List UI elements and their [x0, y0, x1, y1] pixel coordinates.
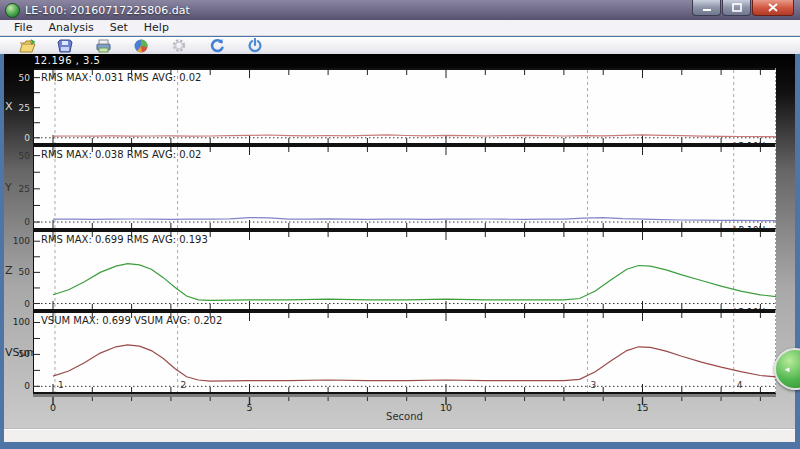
x-tick-label: 15 [636, 402, 648, 412]
y-tick-label: 50 [4, 267, 30, 277]
badge-glyph: ◂ [785, 364, 790, 374]
maximize-icon [732, 3, 742, 12]
cursor-readout: 12.196 , 3.5 [34, 55, 100, 66]
stats-label: RMS MAX: 0.038 RMS AVG: 0.02 [41, 149, 201, 160]
stats-label: RMS MAX: 0.699 RMS AVG: 0.193 [41, 234, 208, 245]
marker-label-1: 1 [58, 380, 64, 390]
y-axis-margin: Y02550 [4, 145, 33, 230]
chart-plot-y[interactable]: RMS MAX: 0.038 RMS AVG: 0.02LP:10Hz [33, 145, 776, 230]
x-tick-label: 0 [50, 402, 56, 412]
refresh-button[interactable] [202, 37, 232, 54]
y-tick-label: 25 [4, 103, 30, 113]
minimize-icon [702, 3, 712, 12]
x-tick-label: 5 [246, 402, 252, 412]
y-tick-label: 100 [4, 317, 30, 327]
chart-plot-vsum[interactable]: 1234VSUM MAX: 0.699 VSUM AVG: 0.202 [33, 311, 776, 394]
stats-label: VSUM MAX: 0.699 VSUM AVG: 0.202 [41, 315, 222, 326]
menu-help[interactable]: Help [136, 20, 177, 36]
close-icon [768, 3, 778, 12]
y-tick-label: 50 [4, 151, 30, 161]
report-chart-icon [133, 38, 149, 53]
print-button[interactable] [88, 37, 118, 54]
app-window: LE-100: 20160717225806.dat FileAnalysisS… [0, 0, 800, 449]
refresh-arrow-icon [209, 38, 225, 53]
marker-label-3: 3 [590, 380, 596, 390]
menu-file[interactable]: File [6, 20, 40, 36]
app-icon [5, 3, 20, 18]
printer-icon [95, 39, 112, 53]
status-bar [4, 429, 795, 442]
menu-set[interactable]: Set [102, 20, 136, 36]
open-folder-icon [19, 39, 36, 53]
minimize-button[interactable] [692, 0, 721, 16]
chart-row-y: Y02550RMS MAX: 0.038 RMS AVG: 0.02LP:10H… [4, 145, 795, 230]
toolbar [0, 37, 800, 54]
save-disk-icon [57, 39, 73, 53]
x-axis-ticks: 051015 [33, 394, 776, 411]
power-icon [247, 38, 263, 53]
marker-label-4: 4 [737, 380, 743, 390]
maximize-button[interactable] [722, 0, 751, 16]
report-button[interactable] [126, 37, 156, 54]
y-axis-margin: X02550 [4, 68, 33, 145]
y-tick-label: 0 [4, 133, 30, 143]
open-file-button[interactable] [12, 37, 42, 54]
y-tick-label: 100 [4, 236, 30, 246]
chart-row-x: X02550RMS MAX: 0.031 RMS AVG: 0.02LP:10H… [4, 68, 795, 145]
chart-plot-x[interactable]: RMS MAX: 0.031 RMS AVG: 0.02LP:10Hz [33, 68, 776, 145]
chart-row-z: Z050100RMS MAX: 0.699 RMS AVG: 0.193LP:1… [4, 230, 795, 311]
x-axis: 051015Second [4, 394, 795, 424]
y-tick-label: 0 [4, 299, 30, 309]
x-axis-title: Second [33, 411, 776, 422]
y-tick-label: 0 [4, 381, 30, 391]
save-button[interactable] [50, 37, 80, 54]
settings-button[interactable] [164, 37, 194, 54]
charts: X02550RMS MAX: 0.031 RMS AVG: 0.02LP:10H… [4, 68, 795, 424]
chart-row-vsum: VSum0501001234VSUM MAX: 0.699 VSUM AVG: … [4, 311, 795, 394]
y-tick-label: 25 [4, 184, 30, 194]
plot-client-area: 12.196 , 3.5 X02550RMS MAX: 0.031 RMS AV… [4, 54, 795, 442]
gear-icon [171, 38, 187, 53]
title-bar: LE-100: 20160717225806.dat [0, 0, 800, 20]
close-button[interactable] [752, 0, 794, 16]
chart-plot-z[interactable]: RMS MAX: 0.699 RMS AVG: 0.193LP:10Hz [33, 230, 776, 311]
y-axis-margin: VSum050100 [4, 311, 33, 394]
y-tick-label: 50 [4, 73, 30, 83]
y-tick-label: 0 [4, 217, 30, 227]
x-tick-label: 10 [440, 402, 452, 412]
marker-label-2: 2 [181, 380, 187, 390]
menu-bar: FileAnalysisSetHelp [0, 20, 800, 36]
menu-analysis[interactable]: Analysis [40, 20, 101, 36]
power-button[interactable] [240, 37, 270, 54]
y-tick-label: 50 [4, 349, 30, 359]
y-axis-margin: Z050100 [4, 230, 33, 311]
window-title: LE-100: 20160717225806.dat [25, 4, 190, 17]
stats-label: RMS MAX: 0.031 RMS AVG: 0.02 [41, 72, 201, 83]
